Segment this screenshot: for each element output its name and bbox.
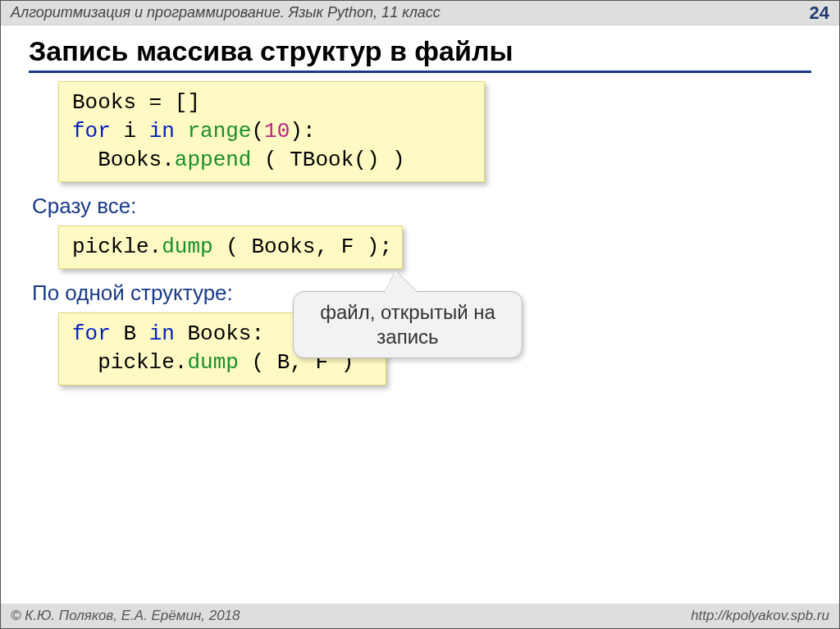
slide-title: Запись массива структур в файлы bbox=[29, 35, 811, 73]
keyword-for: for bbox=[72, 119, 111, 144]
subheading-all: Сразу все: bbox=[32, 194, 811, 219]
code-block-dump-all: pickle.dump ( Books, F ); bbox=[58, 226, 403, 269]
code-text: B bbox=[111, 321, 149, 346]
code-text: ( Books, F ); bbox=[213, 235, 392, 259]
code-block-init: Books = [] for i in range(10): Books.app… bbox=[58, 81, 485, 182]
content: Books = [] for i in range(10): Books.app… bbox=[1, 81, 839, 385]
code-text: i bbox=[111, 119, 149, 144]
footer-url: http://kpolyakov.spb.ru bbox=[691, 608, 829, 624]
slide: Алгоритмизация и программирование. Язык … bbox=[0, 0, 840, 629]
number-literal: 10 bbox=[264, 119, 290, 144]
header-bar: Алгоритмизация и программирование. Язык … bbox=[1, 1, 839, 25]
code-text: Books. bbox=[72, 148, 175, 172]
callout-text: файл, открытый на запись bbox=[320, 301, 495, 348]
keyword-in: in bbox=[149, 119, 175, 144]
code-text: = [] bbox=[136, 90, 200, 115]
code-text: pickle. bbox=[72, 350, 187, 375]
keyword-for: for bbox=[72, 321, 111, 346]
code-text: Books bbox=[72, 90, 136, 115]
code-text: ( bbox=[251, 119, 264, 144]
footer-bar: © К.Ю. Поляков, Е.А. Ерёмин, 2018 http:/… bbox=[1, 604, 839, 628]
code-text: Books: bbox=[175, 321, 264, 346]
code-text bbox=[175, 119, 188, 144]
code-text: ): bbox=[290, 119, 315, 144]
page-number: 24 bbox=[810, 2, 829, 24]
fn-append: append bbox=[175, 148, 252, 172]
keyword-in: in bbox=[149, 321, 175, 346]
course-title: Алгоритмизация и программирование. Язык … bbox=[11, 4, 810, 21]
fn-dump: dump bbox=[187, 350, 238, 375]
callout: файл, открытый на запись bbox=[293, 291, 523, 358]
fn-dump: dump bbox=[162, 235, 212, 259]
footer-authors: © К.Ю. Поляков, Е.А. Ерёмин, 2018 bbox=[11, 608, 691, 624]
code-text: pickle. bbox=[72, 235, 162, 259]
fn-range: range bbox=[187, 119, 251, 144]
code-text: ( TBook() ) bbox=[251, 148, 404, 172]
